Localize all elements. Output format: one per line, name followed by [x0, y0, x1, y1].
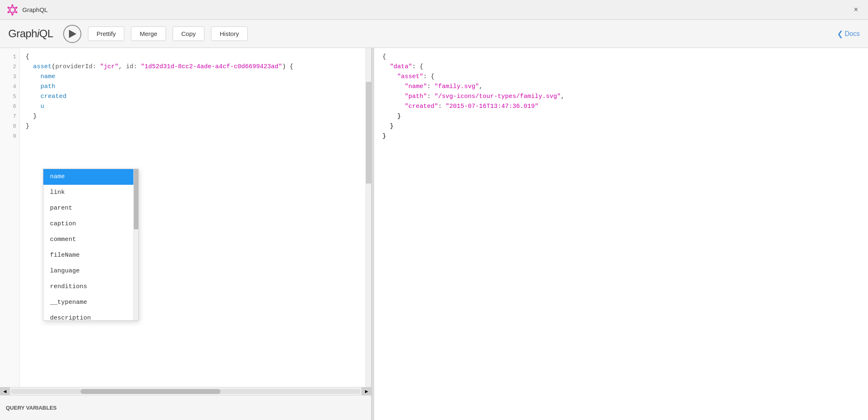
svg-marker-1 [8, 7, 16, 14]
svg-marker-0 [8, 5, 16, 12]
svg-point-4 [7, 11, 9, 13]
code-line-8: } [26, 122, 360, 131]
line-num-6: 6 [3, 102, 16, 112]
docs-label: Docs [845, 30, 860, 38]
line-num-9: 9 [3, 131, 16, 141]
line-num-3: 3 [3, 72, 16, 82]
result-line-8: } [382, 122, 860, 131]
prettify-button[interactable]: Prettify [88, 26, 125, 41]
history-button[interactable]: History [211, 26, 248, 41]
line-num-5: 5 [3, 92, 16, 102]
titlebar-left: GraphQL [7, 4, 48, 16]
ac-item-typename[interactable]: __typename [43, 295, 133, 310]
line-num-1: 1 [3, 52, 16, 62]
titlebar-title: GraphQL [22, 6, 48, 13]
result-pane: { "data": { "asset": { "name": "family.s… [374, 48, 868, 420]
query-variables-section[interactable]: QUERY VARIABLES [0, 395, 371, 420]
ac-item-language[interactable]: language [43, 263, 133, 279]
ac-item-renditions[interactable]: renditions [43, 279, 133, 295]
code-line-3: name [26, 72, 360, 82]
svg-point-2 [12, 4, 14, 6]
query-variables-label: QUERY VARIABLES [6, 405, 57, 411]
autocomplete-scrollbar[interactable] [133, 169, 138, 320]
svg-point-5 [12, 13, 14, 15]
editor-pane: 1 2 3 4 5 6 7 8 9 { asset(providerId: "j… [0, 48, 372, 420]
result-line-2: "data": { [382, 62, 860, 72]
toolbar: GraphiQL Prettify Merge Copy History ❮ D… [0, 20, 868, 48]
h-scroll-thumb [81, 389, 221, 394]
graphql-logo-icon [7, 4, 18, 16]
run-button[interactable] [63, 25, 81, 43]
svg-point-3 [15, 11, 17, 13]
chevron-left-icon: ❮ [837, 29, 843, 38]
ac-item-link[interactable]: link [43, 185, 133, 200]
editor-horizontal-scroll[interactable]: ◀ ▶ [0, 387, 371, 395]
h-scroll-right-btn[interactable]: ▶ [361, 387, 371, 396]
ac-item-filename[interactable]: fileName [43, 248, 133, 263]
result-line-6: "created": "2015-07-16T13:47:36.019" [382, 102, 860, 112]
ac-item-comment[interactable]: comment [43, 232, 133, 248]
ac-item-description[interactable]: description [43, 310, 133, 320]
merge-button[interactable]: Merge [131, 26, 166, 41]
play-icon [69, 30, 76, 38]
autocomplete-dropdown[interactable]: name link parent caption comment fileNam… [43, 169, 139, 321]
ac-item-name[interactable]: name [43, 169, 133, 185]
h-scroll-track[interactable] [11, 389, 360, 394]
close-button[interactable]: × [850, 4, 861, 16]
autocomplete-scroll-thumb [134, 169, 138, 229]
line-num-4: 4 [3, 82, 16, 92]
autocomplete-list: name link parent caption comment fileNam… [43, 169, 138, 320]
h-scroll-left-btn[interactable]: ◀ [0, 387, 10, 396]
editor-vertical-scrollbar[interactable] [365, 48, 371, 387]
result-line-7: } [382, 112, 860, 122]
code-line-9 [26, 131, 360, 141]
code-line-5: created [26, 92, 360, 102]
docs-button[interactable]: ❮ Docs [837, 29, 860, 38]
svg-point-7 [7, 7, 9, 9]
copy-button[interactable]: Copy [173, 26, 204, 41]
result-line-4: "name": "family.svg", [382, 82, 860, 92]
code-line-4: path [26, 82, 360, 92]
result-line-5: "path": "/svg-icons/tour-types/family.sv… [382, 92, 860, 102]
code-line-6: u [26, 102, 360, 112]
result-line-9: } [382, 131, 860, 141]
result-line-3: "asset": { [382, 72, 860, 82]
code-line-2: asset(providerId: "jcr", id: "1d52d31d-8… [26, 62, 360, 72]
code-line-7: } [26, 112, 360, 122]
ac-item-caption[interactable]: caption [43, 216, 133, 232]
app-title-italic: i [37, 27, 39, 40]
editor-scroll-thumb [366, 82, 371, 184]
main-area: 1 2 3 4 5 6 7 8 9 { asset(providerId: "j… [0, 48, 868, 420]
code-editor-area[interactable]: 1 2 3 4 5 6 7 8 9 { asset(providerId: "j… [0, 48, 371, 387]
result-line-1: { [382, 52, 860, 62]
ac-item-parent[interactable]: parent [43, 200, 133, 216]
app-title: GraphiQL [8, 27, 53, 40]
line-num-7: 7 [3, 112, 16, 122]
titlebar: GraphQL × [0, 0, 868, 20]
line-numbers: 1 2 3 4 5 6 7 8 9 [0, 48, 20, 387]
svg-point-6 [15, 7, 17, 9]
code-line-1: { [26, 52, 360, 62]
line-num-2: 2 [3, 62, 16, 72]
line-num-8: 8 [3, 122, 16, 131]
